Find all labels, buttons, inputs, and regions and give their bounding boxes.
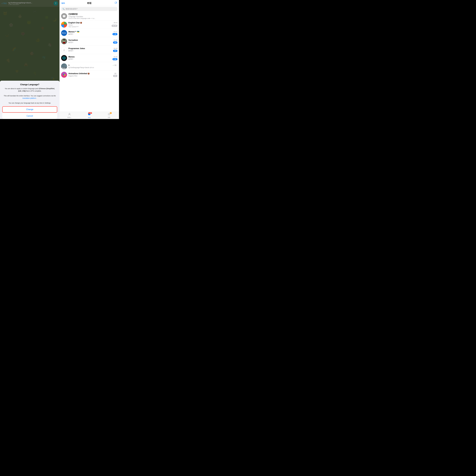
dialog-overlay: Change Language? You are about to apply … — [0, 0, 60, 119]
chat-body: English Chat 🔕 09:43 Yesss Two names??? … — [68, 22, 117, 28]
tab-contacts[interactable]: 联系人 — [60, 113, 79, 119]
chat-time: 周二 — [114, 72, 117, 75]
chat-preview: 🖼 图片 — [68, 33, 73, 35]
left-panel: 🐱 🎂 🎮 🍀 🌸 🐸 🎈 🦋 🌺 🐠 🦄 🌈 🎯 🌙 🍕 🎪 🐬 🦁 🌴 🎭 … — [0, 0, 60, 119]
avatar — [61, 38, 67, 44]
chat-preview-sub: List is in the form Language code -> La.… — [68, 17, 95, 19]
list-item[interactable]: Memes Memes™ 🇺🇦 07:11 🖼 图片 1.4K — [60, 29, 119, 37]
search-placeholder: 搜索消息或用户 — [66, 8, 78, 10]
dialog-buttons: Change Cancel — [2, 106, 57, 119]
chat-name: Programmer Jokes — [68, 48, 85, 50]
muted-icon: 🔕 — [88, 73, 90, 74]
chat-name: English Chat 🔕 — [68, 22, 82, 24]
chats-icon: 7.3K — [88, 113, 91, 117]
svg-rect-3 — [63, 15, 65, 16]
chat-time: 09:43 — [114, 22, 117, 24]
chat-body: Memes™ 🇺🇦 07:11 🖼 图片 1.4K — [68, 31, 117, 35]
chat-name: Animations Unlimited 🔕 — [68, 72, 90, 75]
settings-label: 设置 — [108, 117, 110, 118]
page-title: 对话 — [67, 2, 111, 5]
chat-body: Programmer Jokes 03:30 🖼 图片 499 — [68, 48, 117, 52]
chat-body: Animations Unlimited 🔕 周二 Kagura Hino 18… — [68, 72, 117, 77]
cancel-button[interactable]: Cancel — [2, 113, 57, 119]
unread-badge: 2.9K — [113, 58, 117, 60]
check-icon: ✓ — [113, 64, 114, 66]
chat-preview: Kagura Hino — [68, 75, 77, 77]
muted-icon: 🔕 — [80, 22, 82, 24]
tab-chats[interactable]: 7.3K 对话 — [79, 113, 99, 119]
list-item[interactable]: ; Programmer Jokes 03:30 🖼 图片 499 — [60, 46, 119, 54]
svg-text:9: 9 — [64, 57, 64, 59]
chats-label: 对话 — [88, 117, 90, 119]
dialog-body: You are about to apply a custom language… — [2, 87, 57, 104]
settings-badge: 5 — [110, 112, 112, 114]
translation-platform-link[interactable]: translation platform — [22, 97, 36, 99]
chat-name: Memes™ 🇺🇦 — [68, 31, 79, 33]
search-bar[interactable]: 🔍 搜索消息或用户 — [61, 7, 117, 11]
chat-body: 已归档对话 Language Translator List is in the… — [68, 13, 117, 19]
chat-body: 1 ✓周二 tg://setlanguage?lang=classic-zh-c… — [68, 64, 117, 68]
chat-time: 07:11 — [114, 31, 117, 33]
chat-preview: tg://setlanguage?lang=classic-zh-cn — [68, 67, 94, 68]
chat-name: 已归档对话 — [68, 13, 78, 16]
list-item[interactable]: 1 ✓周二 tg://setlanguage?lang=classic-zh-c… — [60, 62, 119, 71]
chat-preview: 🖼 图片 — [68, 58, 73, 60]
dialog-body-line1: You are about to apply a custom language… — [5, 88, 38, 89]
chat-time: 04:30 — [114, 39, 117, 41]
list-item[interactable]: 9 Memes 03:30 🖼 图片 2.9K — [60, 54, 119, 62]
avatar — [61, 63, 67, 69]
chat-preview: 🖼 图片 — [68, 41, 73, 43]
list-item[interactable]: 已归档对话 Language Translator List is in the… — [60, 12, 119, 20]
list-item[interactable]: English Chat 🔕 09:43 Yesss Two names??? … — [60, 20, 119, 29]
avatar — [61, 13, 67, 19]
unread-badge: 181 — [113, 75, 117, 77]
avatar: 9 — [61, 55, 67, 61]
contacts-label: 联系人 — [68, 117, 71, 118]
contacts-icon — [68, 113, 71, 116]
svg-point-8 — [69, 113, 70, 114]
chat-time: ✓周二 — [113, 64, 117, 66]
dialog-title: Change Language? — [2, 84, 57, 86]
unread-badge: 499 — [113, 50, 117, 52]
list-item[interactable]: 🎭 Animations Unlimited 🔕 周二 Kagura Hino … — [60, 71, 119, 79]
change-button[interactable]: Change — [2, 106, 57, 113]
chat-name: 1 — [68, 64, 69, 66]
avatar: 🎭 — [61, 72, 67, 78]
dialog-translate-note: This will translate the entire interface… — [4, 95, 56, 97]
tab-settings[interactable]: 5 设置 — [99, 113, 119, 119]
unread-badge: 1.4K — [113, 33, 117, 35]
search-icon: 🔍 — [63, 8, 65, 10]
chat-preview: Yesss — [68, 24, 79, 26]
unread-badge: 42.1K — [112, 25, 117, 27]
chat-preview: 🖼 图片 — [68, 50, 73, 52]
right-header: 编辑 对话 — [60, 0, 119, 6]
compose-button[interactable] — [111, 2, 117, 5]
chat-name: Surrealism — [68, 39, 78, 41]
avatar — [61, 22, 67, 28]
edit-button[interactable]: 编辑 — [61, 2, 67, 4]
tab-bar: 联系人 7.3K 对话 5 设置 — [60, 112, 119, 119]
dialog-completion: that is 87% complete. — [26, 90, 41, 92]
chats-badge: 7.3K — [88, 112, 92, 114]
chat-body: Memes 03:30 🖼 图片 2.9K — [68, 56, 117, 60]
settings-icon: 5 — [108, 113, 111, 116]
right-panel: 编辑 对话 🔍 搜索消息或用户 — [60, 0, 119, 119]
chat-list: 已归档对话 Language Translator List is in the… — [60, 12, 119, 112]
chat-time: 03:30 — [114, 56, 117, 58]
unread-badge: 446 — [113, 41, 117, 44]
svg-rect-2 — [63, 16, 65, 17]
change-language-dialog: Change Language? You are about to apply … — [0, 81, 60, 119]
avatar: ; — [61, 47, 67, 53]
dialog-settings-note: You can change your language back at any… — [2, 102, 57, 104]
list-item[interactable]: Surrealism 04:30 🖼 图片 446 — [60, 37, 119, 46]
chat-time: 03:30 — [114, 48, 117, 49]
chat-name: Memes — [68, 56, 75, 58]
chat-preview-sub: Two names??? — [68, 26, 79, 28]
chat-preview: Language Translator — [68, 16, 95, 17]
avatar: Memes — [61, 30, 67, 36]
chat-body: Surrealism 04:30 🖼 图片 446 — [68, 39, 117, 44]
svg-point-9 — [109, 114, 109, 115]
